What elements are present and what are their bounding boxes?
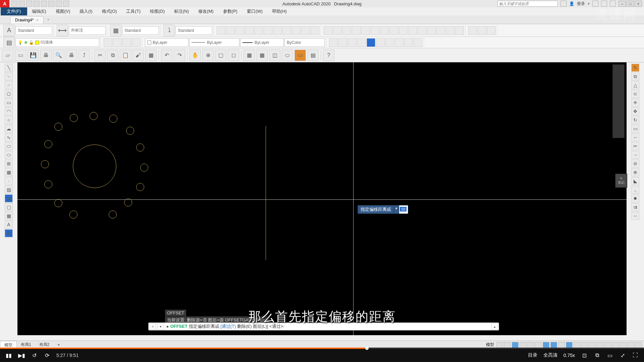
next-button[interactable]: ▶▮ — [18, 352, 25, 359]
menu-file[interactable]: 文件(F) — [1, 7, 27, 15]
table-style-icon[interactable]: ▦ — [110, 25, 121, 36]
region-icon[interactable]: ▢ — [5, 203, 13, 211]
copy-icon[interactable]: ⧉ — [107, 50, 118, 61]
status-am-icon[interactable] — [604, 342, 611, 348]
dyn-input-field[interactable]: 10 — [399, 205, 408, 214]
layer-combo[interactable]: 💡 ❄ 🔓 01墙体 — [15, 38, 99, 47]
markup-icon[interactable]: ⬭ — [282, 50, 293, 61]
saveas-icon[interactable] — [34, 1, 40, 7]
dim-text-edit-icon[interactable] — [478, 26, 486, 35]
move3-icon[interactable]: ⊕ — [202, 50, 214, 61]
status-polar-icon[interactable] — [520, 342, 526, 348]
menu-dimension[interactable]: 标注(N) — [169, 7, 194, 15]
layer-match-icon[interactable] — [301, 26, 310, 35]
dim-base-icon[interactable] — [389, 26, 398, 35]
text-style-icon[interactable]: A — [3, 25, 15, 36]
hatch-icon[interactable]: ▨ — [5, 186, 13, 194]
status-gear-icon[interactable] — [628, 342, 634, 348]
paste-icon[interactable]: 📋 — [120, 50, 131, 61]
lead-style-icon[interactable]: ⤵ — [163, 25, 175, 36]
view-cube[interactable] — [612, 64, 625, 138]
status-units-icon[interactable] — [620, 342, 627, 348]
menu-window[interactable]: 窗口(W) — [242, 7, 267, 15]
stretch-icon[interactable]: ↔ — [631, 133, 639, 141]
preview-icon[interactable]: 🔍 — [53, 50, 64, 61]
layer-lock-icon[interactable] — [273, 26, 282, 35]
cmd-expand-icon[interactable]: ▴ — [491, 323, 498, 330]
command-line-text[interactable]: ▸ OFFSET 指定偏移距离或 [通过(T) 删除(E) 图层(L)] <通过… — [165, 323, 491, 329]
dim-inspect-icon[interactable] — [446, 26, 454, 35]
undo-icon[interactable] — [56, 1, 62, 7]
mtext-icon[interactable]: A — [5, 221, 13, 229]
insert-block-icon[interactable]: ⊞ — [5, 160, 13, 168]
dim-space-icon[interactable] — [408, 26, 417, 35]
move2-icon[interactable]: ✥ — [631, 107, 639, 115]
open2-icon[interactable]: ▭ — [15, 50, 26, 61]
dim-style-combo[interactable]: 外标注 — [69, 26, 106, 35]
redo-icon[interactable] — [63, 1, 69, 7]
zoom-scale-icon[interactable] — [348, 38, 357, 47]
redo2-icon[interactable]: ↷ — [174, 50, 185, 61]
new-icon[interactable] — [11, 1, 17, 7]
align-icon[interactable]: ⇉ — [631, 203, 639, 211]
layer-uniso-icon[interactable] — [226, 26, 235, 35]
status-model-label[interactable]: 模型 — [486, 342, 494, 348]
color-combo[interactable]: ByLayer — [145, 38, 189, 47]
new2-icon[interactable]: ▱ — [2, 50, 13, 61]
copy2-icon[interactable]: ⧉ — [631, 72, 639, 80]
block-icon[interactable]: ▦ — [145, 50, 157, 61]
break-icon[interactable]: ⊘ — [631, 160, 639, 168]
dim-dia-icon[interactable] — [371, 26, 379, 35]
dyn-input-arrow-icon[interactable]: ▾ — [394, 205, 399, 214]
join-icon[interactable]: ⊕ — [631, 168, 639, 176]
status-lwt-icon[interactable] — [574, 342, 580, 348]
xline-icon[interactable]: ⟍ — [5, 72, 13, 80]
dim-arc-icon[interactable] — [342, 26, 351, 35]
text-style-combo[interactable]: Standard — [15, 26, 52, 35]
status-ws-icon[interactable] — [612, 342, 619, 348]
zoom-rt-icon[interactable]: ▢ — [215, 50, 226, 61]
layer-freeze-icon[interactable] — [254, 26, 263, 35]
cc-button[interactable]: ⊡ — [581, 352, 588, 359]
dynamic-input[interactable]: 指定偏移距离或 ▾ 10 — [358, 205, 408, 214]
spline-icon[interactable]: ∿ — [5, 133, 13, 141]
status-snap-icon[interactable] — [504, 342, 511, 348]
status-ducs-icon[interactable] — [558, 342, 565, 348]
array-icon[interactable]: ⁜ — [631, 99, 639, 107]
dim-style-icon[interactable]: ⟷ — [57, 25, 68, 36]
table2-icon[interactable]: ▦ — [5, 212, 13, 220]
zoom-object-icon[interactable] — [367, 38, 375, 47]
zoom-dynamic-icon[interactable] — [338, 38, 347, 47]
search-input[interactable] — [497, 1, 558, 7]
menu-help[interactable]: 帮助(H) — [267, 7, 291, 15]
zoom-center-icon[interactable] — [357, 38, 366, 47]
zoom-prev-icon[interactable] — [414, 38, 422, 47]
dim-break-icon[interactable] — [418, 26, 426, 35]
status-qp-icon[interactable] — [589, 342, 596, 348]
trim-icon[interactable]: ✂ — [631, 142, 639, 150]
dim-rad-icon[interactable] — [361, 26, 370, 35]
close-tab-icon[interactable]: × — [36, 18, 38, 22]
zoom-in-icon[interactable] — [376, 38, 385, 47]
drawing-canvas[interactable]: ✎ 笔记 指定偏移距离或 ▾ 10 OFFSET 当前设置: 删除源=否 图层=… — [17, 62, 627, 335]
menu-view[interactable]: 视图(V) — [51, 7, 75, 15]
lead-style-combo[interactable]: Standard — [175, 26, 212, 35]
linetype-combo[interactable]: ByLayer — [189, 38, 239, 47]
speed-button[interactable]: 0.75x — [564, 353, 575, 358]
lengthen-icon[interactable]: ↔ — [631, 212, 639, 220]
dim-ang-icon[interactable] — [380, 26, 389, 35]
open-icon[interactable] — [19, 1, 25, 7]
print-icon[interactable] — [41, 1, 47, 7]
maximize-button[interactable]: □ — [627, 1, 634, 7]
line-icon[interactable]: ╲ — [5, 64, 13, 72]
help-icon[interactable] — [610, 1, 616, 7]
dim-ord-icon[interactable] — [352, 26, 361, 35]
menu-modify[interactable]: 修改(M) — [194, 7, 218, 15]
polygon-icon[interactable]: ⬠ — [5, 90, 13, 98]
app-logo[interactable]: A — [0, 0, 9, 7]
ellipse-icon[interactable]: ⬭ — [5, 142, 13, 150]
lineweight-combo[interactable]: ByLayer — [240, 38, 284, 47]
plot2-icon[interactable]: 🖶 — [66, 50, 77, 61]
dim-update-icon[interactable] — [487, 26, 496, 35]
revcloud-icon[interactable]: ☁ — [5, 125, 13, 133]
